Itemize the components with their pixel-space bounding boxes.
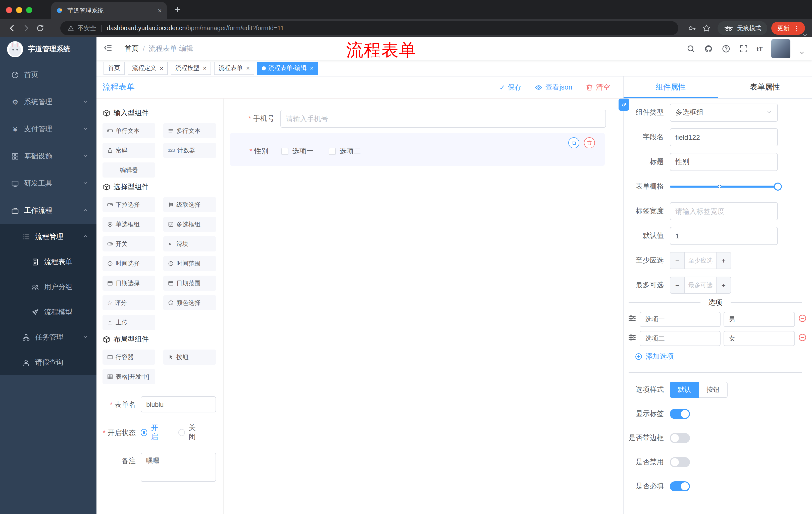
- form-grid-slider[interactable]: [670, 178, 778, 196]
- tag-process-form-edit[interactable]: 流程表单-编辑 ×: [257, 62, 318, 75]
- form-canvas[interactable]: 手机号 性别: [224, 99, 623, 514]
- status-radio-closed[interactable]: 关闭: [178, 424, 201, 441]
- default-value-input[interactable]: [670, 227, 778, 245]
- tag-home[interactable]: 首页: [104, 62, 125, 75]
- remove-option-button[interactable]: [798, 314, 807, 325]
- tab-component-props[interactable]: 组件属性: [624, 77, 718, 98]
- disabled-switch[interactable]: [670, 457, 690, 467]
- address-bar[interactable]: 不安全 dashboard.yudao.iocoder.cn/bpm/manag…: [60, 21, 678, 35]
- field-name-input[interactable]: [670, 128, 778, 146]
- password-key-icon[interactable]: [685, 21, 699, 35]
- option-label-input[interactable]: [640, 331, 720, 346]
- browser-menu-icon[interactable]: ⋮: [793, 24, 800, 32]
- new-tab-button[interactable]: +: [175, 4, 180, 15]
- browser-update-button[interactable]: 更新 ⋮: [771, 22, 805, 35]
- label-width-input[interactable]: [670, 202, 778, 220]
- browser-tab[interactable]: 芋道管理系统 ×: [51, 2, 167, 19]
- phone-input[interactable]: [280, 110, 606, 128]
- component-color-picker[interactable]: 颜色选择: [163, 295, 216, 310]
- sidebar-item-devtools[interactable]: 研发工具: [0, 170, 96, 197]
- tab-close-icon[interactable]: ×: [158, 6, 162, 15]
- tab-form-props[interactable]: 表单属性: [718, 77, 812, 98]
- tag-close-icon[interactable]: ×: [160, 64, 163, 72]
- slider-handle[interactable]: [774, 183, 782, 191]
- drag-handle-icon[interactable]: [628, 333, 637, 344]
- component-date-range[interactable]: 日期范围: [163, 276, 216, 291]
- avatar-caret-icon[interactable]: [799, 49, 805, 58]
- component-type-select[interactable]: 多选框组: [670, 104, 778, 122]
- link-tag-button[interactable]: [618, 99, 629, 111]
- sidebar-collapse-icon[interactable]: [104, 43, 113, 54]
- status-radio-open[interactable]: 开启: [141, 424, 163, 441]
- github-icon[interactable]: [704, 44, 713, 53]
- bookmark-star-icon[interactable]: [699, 21, 714, 35]
- checkbox-option-1[interactable]: 选项一: [281, 147, 314, 156]
- component-table[interactable]: 表格[开发中]: [103, 369, 155, 384]
- tag-process-definition[interactable]: 流程定义 ×: [127, 62, 168, 75]
- style-default-button[interactable]: 默认: [670, 382, 699, 398]
- search-icon[interactable]: [686, 44, 695, 53]
- sidebar-item-process-form[interactable]: 流程表单: [0, 249, 96, 275]
- component-row-container[interactable]: 行容器: [103, 350, 155, 364]
- tag-close-icon[interactable]: ×: [203, 64, 206, 72]
- decrement-button[interactable]: −: [670, 252, 685, 269]
- component-upload[interactable]: 上传: [103, 315, 155, 330]
- sidebar-item-process-model[interactable]: 流程模型: [0, 300, 96, 325]
- component-editor[interactable]: 编辑器: [103, 162, 155, 178]
- sidebar-item-system[interactable]: ⚙ 系统管理: [0, 88, 96, 116]
- increment-button[interactable]: +: [716, 277, 731, 293]
- reload-button[interactable]: [33, 21, 47, 35]
- fullscreen-icon[interactable]: [739, 44, 748, 53]
- component-rate[interactable]: ☆ 评分: [103, 295, 155, 310]
- component-switch[interactable]: 开关: [103, 236, 155, 251]
- component-button[interactable]: 按钮: [163, 350, 216, 364]
- style-button-button[interactable]: 按钮: [699, 382, 728, 398]
- save-button[interactable]: ✓ 保存: [499, 83, 522, 92]
- forward-button[interactable]: [19, 21, 33, 35]
- component-time-range[interactable]: 时间范围: [163, 256, 216, 271]
- sidebar-item-home[interactable]: 首页: [0, 61, 96, 88]
- form-name-input[interactable]: [141, 396, 216, 412]
- tag-close-icon[interactable]: ×: [246, 64, 250, 72]
- add-option-button[interactable]: 添加选项: [624, 352, 812, 361]
- help-icon[interactable]: [721, 44, 730, 53]
- component-date-picker[interactable]: 日期选择: [103, 276, 155, 291]
- delete-field-button[interactable]: [584, 137, 595, 148]
- decrement-button[interactable]: −: [670, 277, 685, 293]
- clear-button[interactable]: 清空: [585, 83, 610, 92]
- option-label-input[interactable]: [640, 312, 720, 327]
- sidebar-item-infra[interactable]: 基础设施: [0, 143, 96, 170]
- tag-process-form[interactable]: 流程表单 ×: [214, 62, 254, 75]
- window-controls[interactable]: [6, 7, 32, 13]
- component-password[interactable]: 密码: [103, 143, 155, 158]
- tag-process-model[interactable]: 流程模型 ×: [171, 62, 211, 75]
- duplicate-field-button[interactable]: [568, 137, 579, 148]
- title-input[interactable]: [670, 153, 778, 171]
- tag-close-icon[interactable]: ×: [310, 64, 314, 72]
- component-multi-line-text[interactable]: 多行文本: [163, 123, 216, 138]
- view-json-button[interactable]: 查看json: [535, 83, 572, 92]
- component-slider[interactable]: 滑块: [163, 236, 216, 251]
- close-window-button[interactable]: [6, 7, 12, 13]
- canvas-field-phone[interactable]: 手机号: [233, 110, 606, 128]
- component-checkbox-group[interactable]: 多选框组: [163, 217, 216, 232]
- show-label-switch[interactable]: [670, 409, 690, 419]
- sidebar-item-task-mgmt[interactable]: 任务管理: [0, 325, 96, 350]
- increment-button[interactable]: +: [716, 252, 731, 269]
- component-single-line-text[interactable]: 单行文本: [103, 123, 155, 138]
- form-remark-textarea[interactable]: 嘿嘿: [141, 453, 216, 482]
- option-value-input[interactable]: [723, 331, 795, 346]
- component-cascader[interactable]: 级联选择: [163, 197, 216, 212]
- sidebar-item-workflow[interactable]: 工作流程: [0, 197, 96, 224]
- sidebar-item-process-mgmt[interactable]: 流程管理: [0, 224, 96, 249]
- back-button[interactable]: [5, 21, 19, 35]
- component-time-picker[interactable]: 时间选择: [103, 256, 155, 271]
- checkbox-option-2[interactable]: 选项二: [329, 147, 361, 156]
- sidebar-item-payment[interactable]: ¥ 支付管理: [0, 116, 96, 143]
- remove-option-button[interactable]: [798, 333, 807, 344]
- canvas-field-gender-selected[interactable]: 性别 选项一 选项二: [230, 133, 605, 166]
- required-switch[interactable]: [670, 481, 690, 491]
- breadcrumb-home[interactable]: 首页: [125, 44, 139, 53]
- sidebar-item-leave-query[interactable]: 请假查询: [0, 350, 96, 375]
- drag-handle-icon[interactable]: [628, 314, 637, 325]
